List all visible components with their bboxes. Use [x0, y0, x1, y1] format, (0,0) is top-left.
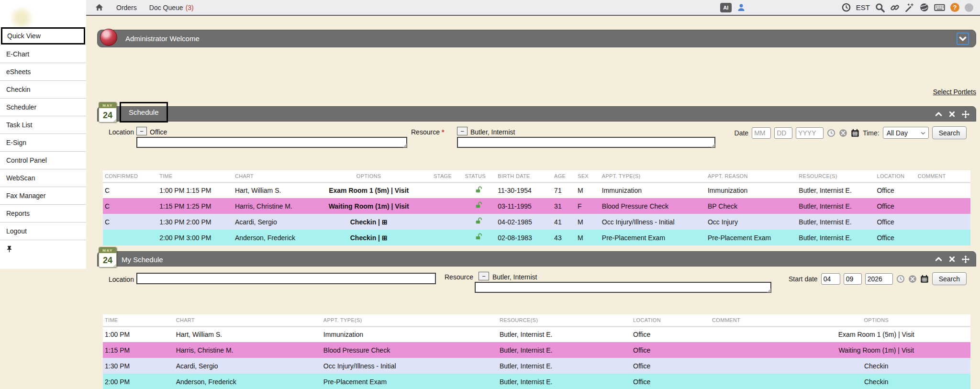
col-comment: COMMENT — [916, 170, 970, 182]
start-date-month-input[interactable] — [821, 273, 840, 285]
sidebar-item-reports[interactable]: Reports — [0, 205, 86, 222]
cell-location: Office — [631, 326, 710, 342]
calendar-picker-icon[interactable] — [851, 129, 859, 137]
timezone-label: EST — [856, 3, 870, 11]
location-collapse-button[interactable]: − — [136, 127, 147, 135]
sidebar-item-esheets[interactable]: eSheets — [0, 63, 86, 81]
cell-options-links[interactable]: Waiting Room (1m) | Visit — [782, 342, 970, 358]
start-date-day-input[interactable] — [844, 273, 862, 285]
resource-collapse-button[interactable]: − — [479, 272, 489, 280]
time-picker-icon[interactable] — [896, 275, 905, 283]
unlocked-icon[interactable] — [475, 234, 483, 242]
collapse-portlet-icon[interactable] — [935, 110, 943, 119]
sidebar-item-control-panel[interactable]: Control Panel — [0, 152, 86, 169]
date-year-input[interactable] — [796, 127, 824, 139]
schedule-portlet: MAY 24 Schedule Location − Office Resour… — [97, 106, 976, 122]
home-button[interactable] — [95, 3, 104, 11]
cell-appt-reason: Immunization — [706, 182, 797, 198]
help-icon[interactable]: ? — [950, 3, 959, 12]
col-appt-reason: APPT. REASON — [706, 170, 797, 182]
sidebar-item-logout[interactable]: Logout — [0, 222, 86, 240]
col-chart: CHART — [233, 170, 306, 182]
cell-options-links[interactable]: Exam Room 1 (5m) | Visit — [306, 182, 432, 198]
cell-options-links[interactable]: Checkin — [782, 374, 970, 389]
time-picker-icon[interactable] — [827, 129, 835, 137]
cell-status — [463, 214, 496, 230]
cell-comment — [710, 358, 782, 374]
cell-options-links[interactable]: Checkin — [782, 358, 970, 374]
cell-chart: Harris, Christine M. — [174, 342, 322, 358]
sidebar-item-e-sign[interactable]: E-Sign — [0, 134, 86, 152]
sidebar-item-fax-manager[interactable]: Fax Manager — [0, 187, 86, 205]
resource-label-text: Resource — [411, 128, 440, 136]
cell-options-links[interactable]: Waiting Room (1m) | Visit — [306, 198, 432, 214]
welcome-collapse-button[interactable] — [957, 33, 969, 45]
keyboard-icon[interactable] — [934, 3, 945, 12]
date-month-input[interactable] — [752, 127, 771, 139]
cell-options-links[interactable]: Exam Room 1 (5m) | Visit — [782, 326, 970, 342]
date-day-input[interactable] — [774, 127, 792, 139]
magic-wand-icon[interactable] — [905, 3, 914, 12]
col-age: AGE — [552, 170, 576, 182]
globe-icon[interactable] — [920, 3, 929, 12]
move-portlet-icon[interactable] — [961, 255, 970, 264]
ai-assistant-button[interactable]: AI — [720, 3, 732, 12]
col-appt-types: APPT. TYPE(S) — [600, 170, 706, 182]
cell-chart: Acardi, Sergio — [233, 214, 306, 230]
required-asterisk: * — [442, 128, 444, 136]
sidebar-item-checkin[interactable]: Checkin — [0, 81, 86, 99]
clear-date-icon[interactable] — [908, 275, 917, 283]
top-right-icons: AI EST ? — [720, 3, 973, 12]
cell-age: 43 — [552, 230, 576, 245]
cell-confirmed: C — [103, 182, 157, 198]
location-search-input[interactable] — [136, 137, 407, 148]
time-select[interactable]: All Day — [883, 127, 929, 139]
col-options: OPTIONS — [782, 314, 970, 326]
schedule-table-wrap: CONFIRMED TIME CHART OPTIONS STAGE STATU… — [103, 170, 970, 245]
start-date-group: Start date Search — [789, 272, 967, 285]
resource-collapse-button[interactable]: − — [457, 127, 468, 135]
welcome-title: Administrator Welcome — [125, 34, 200, 43]
menu-item-orders[interactable]: Orders — [116, 4, 137, 11]
search-icon[interactable] — [875, 3, 885, 12]
cell-location: Office — [875, 214, 915, 230]
col-location: LOCATION — [875, 170, 915, 182]
date-filter-group: Date Time: All Day Search — [735, 126, 967, 139]
cell-options-links[interactable]: Checkin | ⊞ — [306, 230, 432, 245]
unlocked-icon[interactable] — [475, 219, 483, 226]
sidebar: Quick View E-Chart eSheets Checkin Sched… — [0, 0, 86, 269]
close-portlet-icon[interactable] — [948, 255, 956, 264]
sidebar-item-task-list[interactable]: Task List — [0, 116, 86, 134]
clock-icon[interactable] — [842, 3, 851, 12]
close-portlet-icon[interactable] — [948, 110, 956, 119]
cell-time: 1:15 PM — [103, 342, 174, 358]
calendar-page-icon: MAY 24 — [99, 247, 117, 267]
move-portlet-icon[interactable] — [961, 110, 970, 119]
resource-search-input[interactable] — [457, 137, 715, 148]
sidebar-item-quick-view[interactable]: Quick View — [1, 27, 85, 44]
my-location-input[interactable] — [136, 273, 436, 284]
calendar-month-label: MAY — [99, 102, 116, 108]
collapse-portlet-icon[interactable] — [935, 255, 943, 264]
unlocked-icon[interactable] — [475, 203, 483, 211]
unlocked-icon[interactable] — [475, 188, 483, 195]
sidebar-item-webscan[interactable]: WebScan — [0, 169, 86, 187]
sidebar-item-scheduler[interactable]: Scheduler — [0, 99, 86, 116]
select-portlets-link[interactable]: Select Portlets — [933, 88, 976, 96]
cell-sex: M — [576, 182, 600, 198]
link-icon[interactable] — [890, 3, 900, 12]
user-icon[interactable] — [737, 3, 746, 12]
sidebar-item-e-chart[interactable]: E-Chart — [0, 45, 86, 63]
schedule-search-button[interactable]: Search — [932, 126, 967, 139]
calendar-picker-icon[interactable] — [920, 275, 929, 283]
menu-item-doc-queue[interactable]: Doc Queue (3) — [149, 4, 194, 11]
my-schedule-search-button[interactable]: Search — [932, 272, 967, 285]
cell-options-links[interactable]: Checkin | ⊞ — [306, 214, 432, 230]
my-resource-search-input[interactable] — [475, 282, 771, 293]
pin-icon[interactable] — [6, 245, 12, 253]
doc-queue-label: Doc Queue — [149, 4, 183, 11]
cell-appt-type: Immunization — [322, 326, 498, 342]
start-date-year-input[interactable] — [865, 273, 893, 285]
clear-date-icon[interactable] — [839, 129, 847, 137]
status-circle-icon[interactable] — [965, 3, 973, 12]
